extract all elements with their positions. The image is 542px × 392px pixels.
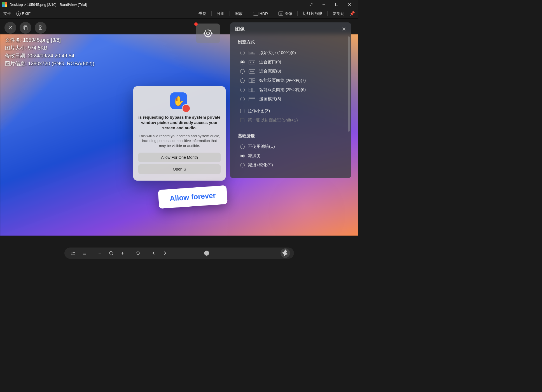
rotate-button[interactable] [133,248,143,258]
maximize-button[interactable] [330,0,343,9]
zoom-out-button[interactable] [95,248,105,258]
menubar: 文件 i EXIF 书签 分组 缩放 —HDR ▭图像 幻灯片放映 复制到 📌 [0,9,358,18]
menu-hdr[interactable]: —HDR [253,11,268,16]
gear-icon [202,28,214,39]
image-icon: ▭ [278,11,283,16]
panel-scrollbar[interactable] [348,36,350,132]
close-button[interactable] [343,0,356,9]
option-fit-window[interactable]: 适合窗口(9) [238,57,343,67]
checkbox-first-as-cover: 第一张以封面处理(Shift+S) [238,116,343,125]
menu-slideshow[interactable]: 幻灯片放映 [303,11,322,16]
window-title: Desktop > 105945.png [3/10] - BandiView … [10,3,305,7]
info-filename: 文件名: 105945.png [3/8] [5,36,94,44]
svg-text:100%: 100% [249,52,254,54]
minimize-button[interactable] [317,0,330,9]
dialog-app-icon: ✋ [170,92,189,111]
document-round-button[interactable] [35,22,46,34]
svg-rect-1 [336,3,338,6]
filter-none[interactable]: 不使用滤镜(U) [238,142,343,151]
zoom-reset-button[interactable] [106,248,116,258]
info-modified: 修改日期: 2024/09/24 20:49:54 [5,52,94,60]
menu-image[interactable]: ▭图像 [278,11,292,16]
hand-icon: ✋ [173,95,184,106]
svg-line-26 [112,254,113,255]
settings-gear-button[interactable] [196,24,220,43]
menu-file[interactable]: 文件 [3,11,11,16]
expand-button[interactable] [305,0,317,9]
svg-rect-18 [249,97,255,101]
dialog-body: This will allo record your screen and sy… [138,134,221,148]
close-round-button[interactable] [4,22,16,34]
filter-lighten-sharpen[interactable]: 减淡+锐化(S) [238,160,343,170]
image-settings-panel: 图像 ✕ 浏览方式 100% 原始大小 (100%)(0) 适合窗口(9) 适合… [230,22,351,178]
svg-rect-14 [249,79,252,83]
option-two-page-ltr[interactable]: 智能双页阅览 (左->右)(7) [238,76,343,85]
menu-copyto[interactable]: 复制到 [333,11,344,16]
record-badge-icon [182,104,190,113]
section-basic-filter: 基础滤镜 [238,133,343,139]
list-view-button[interactable] [80,248,89,258]
option-original-size[interactable]: 100% 原始大小 (100%)(0) [238,48,343,57]
dialog-title: is requesting to bypass the system priva… [138,115,221,131]
image-info-overlay: 文件名: 105945.png [3/8] 图片大小: 974.5KB 修改日期… [5,36,94,68]
next-button[interactable] [160,248,170,258]
notification-dot [194,22,198,26]
open-settings-button[interactable]: Open S [138,164,221,174]
pin-toolbar-button[interactable] [281,248,290,258]
slider-thumb[interactable] [204,251,209,256]
option-two-page-rtl[interactable]: 智能双页阅览 (左<-右)(6) [238,85,343,94]
filter-lighten[interactable]: 减淡(I) [238,151,343,160]
info-icon: i [16,11,21,16]
svg-rect-12 [249,60,255,64]
panel-close-button[interactable]: ✕ [342,26,346,32]
menu-group[interactable]: 分组 [217,11,225,16]
option-comic-mode[interactable]: 漫画模式(5) [238,94,343,104]
titlebar: Desktop > 105945.png [3/10] - BandiView … [0,0,358,9]
svg-rect-6 [24,27,27,30]
info-imageinfo: 图片信息: 1280x720 (PNG, RGBA(8bit)) [5,60,94,68]
app-icon [2,2,7,7]
info-filesize: 图片大小: 974.5KB [5,44,94,52]
macos-permission-dialog: ✋ is requesting to bypass the system pri… [133,86,226,181]
position-slider[interactable] [174,252,276,254]
allow-one-month-button[interactable]: Allow For One Month [138,153,221,162]
copy-round-button[interactable] [20,22,31,34]
bottom-toolbar [64,248,294,259]
svg-rect-17 [252,88,255,92]
svg-point-9 [207,32,209,35]
open-folder-button[interactable] [68,248,78,258]
checkbox-stretch-small[interactable]: 拉伸小图(Z) [238,106,343,116]
prev-button[interactable] [149,248,158,258]
zoom-in-button[interactable] [118,248,127,258]
panel-title: 图像 [235,26,245,32]
svg-point-25 [109,251,112,254]
menu-zoom[interactable]: 缩放 [235,11,243,16]
pin-icon[interactable]: 📌 [349,11,355,16]
option-fit-width[interactable]: 适合宽度(8) [238,67,343,76]
menu-bookmark[interactable]: 书签 [198,11,206,16]
section-view-mode: 浏览方式 [238,39,343,45]
menu-exif[interactable]: i EXIF [16,11,31,16]
